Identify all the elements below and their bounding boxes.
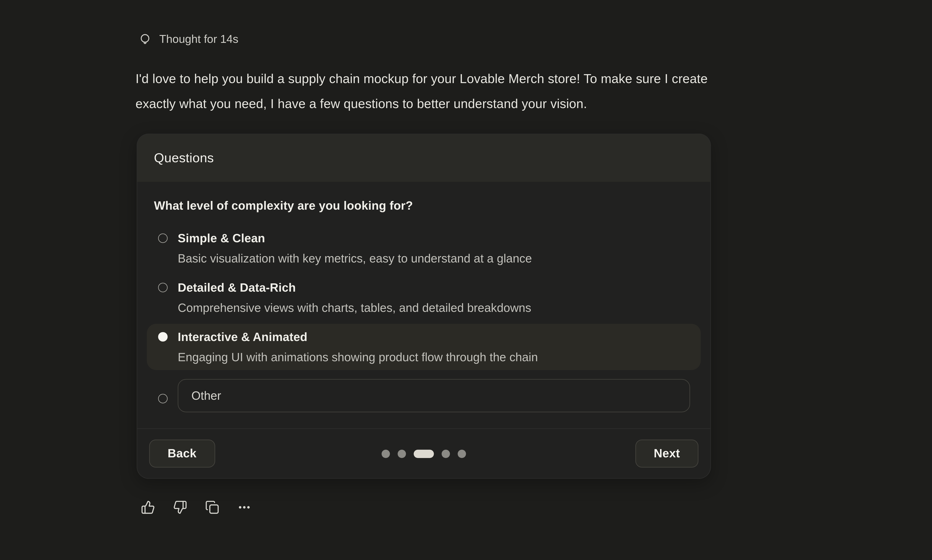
card-footer: Back Next — [137, 428, 710, 478]
thought-label: Thought for 14s — [159, 32, 239, 46]
radio-checked-icon[interactable] — [158, 332, 168, 342]
radio-unchecked-icon[interactable] — [158, 394, 168, 403]
thumbs-down-icon[interactable] — [173, 500, 187, 515]
option-description: Comprehensive views with charts, tables,… — [178, 297, 531, 318]
option-label: Simple & Clean — [178, 228, 532, 248]
questions-card: Questions What level of complexity are y… — [137, 134, 711, 479]
other-input[interactable] — [178, 379, 690, 412]
message-line: I'd love to help you build a supply chai… — [136, 66, 843, 92]
pagination-dot — [382, 449, 390, 458]
option-description: Engaging UI with animations showing prod… — [178, 347, 538, 367]
pagination-dots — [382, 449, 466, 458]
pagination-dot-active — [414, 449, 434, 458]
thought-toggle[interactable]: Thought for 14s — [139, 32, 238, 46]
ellipsis-icon[interactable] — [237, 500, 251, 515]
pagination-dot — [458, 449, 466, 458]
option-description: Basic visualization with key metrics, ea… — [178, 248, 532, 269]
option-interactive-animated[interactable]: Interactive & Animated Engaging UI with … — [147, 324, 701, 370]
next-button[interactable]: Next — [635, 440, 698, 467]
card-header: Questions — [137, 134, 710, 182]
pagination-dot — [442, 449, 450, 458]
question-text: What level of complexity are you looking… — [154, 198, 693, 213]
card-body: What level of complexity are you looking… — [137, 182, 710, 415]
thumbs-up-icon[interactable] — [141, 500, 155, 515]
option-other[interactable] — [147, 376, 701, 415]
card-title: Questions — [154, 150, 214, 166]
chat-canvas: Thought for 14s I'd love to help you bui… — [0, 0, 932, 560]
back-button[interactable]: Back — [149, 440, 215, 467]
message-actions — [141, 500, 251, 515]
option-simple-clean[interactable]: Simple & Clean Basic visualization with … — [147, 225, 701, 271]
option-detailed-data-rich[interactable]: Detailed & Data-Rich Comprehensive views… — [147, 274, 701, 321]
copy-icon[interactable] — [205, 500, 219, 515]
pagination-dot — [397, 449, 406, 458]
option-label: Interactive & Animated — [178, 327, 538, 347]
radio-unchecked-icon[interactable] — [158, 283, 168, 292]
radio-unchecked-icon[interactable] — [158, 233, 168, 243]
lightbulb-icon — [139, 32, 151, 46]
message-line: exactly what you need, I have a few ques… — [136, 92, 843, 117]
assistant-message: I'd love to help you build a supply chai… — [136, 66, 843, 116]
option-label: Detailed & Data-Rich — [178, 277, 531, 298]
